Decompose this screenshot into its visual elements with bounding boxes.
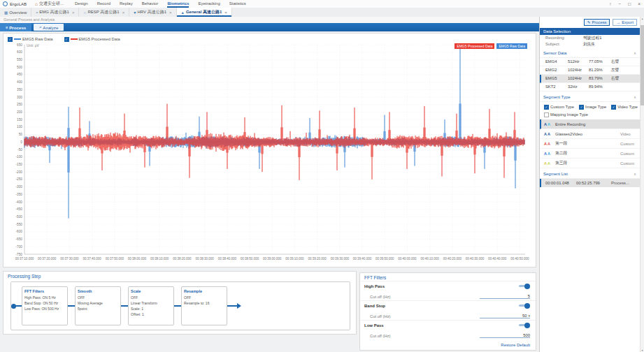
processing-card-line: Linear Transform: [131, 300, 171, 306]
segment-type-checkbox-image-type[interactable]: ✓Image Type: [579, 105, 606, 110]
segment-item-第一段[interactable]: AA第一段Custom: [540, 139, 640, 149]
toggle-low-pass[interactable]: [519, 324, 530, 326]
y-tick-label: -300: [15, 185, 22, 189]
collapse-chevron-icon[interactable]: ∧: [634, 170, 636, 178]
cutoff-input[interactable]: 50▾: [480, 314, 530, 318]
sensor-data-table: EMG4512Hz77.05%右臂EMG21024Hz81.29%左臂EMG51…: [540, 58, 640, 91]
segment-start-time: 00:00:01.048: [545, 179, 576, 187]
segment-list-row[interactable]: 00:00:01.04800:52:25.799Process...: [540, 179, 640, 187]
y-tick-label: -100: [15, 155, 22, 159]
processing-card-title: Resample: [184, 289, 224, 293]
process-button[interactable]: ✎ Process: [584, 19, 610, 26]
mode-tab-label: Analyze: [43, 25, 58, 30]
processing-card-resample[interactable]: ResampleOFFResample to: 16: [181, 286, 227, 325]
segment-type-filters-row2: Mapping Image Type: [540, 110, 640, 117]
subject-row: Subject: 刘先生: [540, 41, 640, 47]
tab-close-icon[interactable]: ×: [122, 10, 125, 15]
export-button[interactable]: → Export: [613, 19, 637, 26]
tab-close-icon[interactable]: ×: [224, 10, 227, 15]
project-name[interactable]: ⌂ 交通安全研...: [35, 1, 64, 7]
menu-item-statistics[interactable]: Statistics: [229, 0, 246, 8]
y-tick-label: -250: [15, 177, 22, 181]
scroll-up-icon[interactable]: ▴: [641, 17, 644, 20]
raw-line-sample: [14, 38, 21, 40]
cutoff-input[interactable]: 5: [480, 294, 530, 299]
subject-label: Subject:: [545, 41, 583, 47]
processing-card-fft-filters[interactable]: FFT FiltersHigh Pass: ON 5 HzBand Stop: …: [22, 286, 68, 325]
collapse-chevron-icon[interactable]: ∧: [634, 94, 636, 101]
segment-item-第二段[interactable]: AA第二段Custom: [540, 149, 640, 159]
menu-item-biometrics[interactable]: Biometrics: [167, 0, 189, 8]
raw-data-checkbox[interactable]: ✓ EMG5 Raw Data: [8, 37, 53, 42]
cutoff-input[interactable]: 500: [480, 333, 530, 338]
sensor-cell: 右臂: [611, 58, 640, 66]
segment-item-entire-recording[interactable]: AAEntire Recording: [540, 119, 640, 129]
menu-item-eyetracking[interactable]: Eyetracking: [198, 0, 220, 8]
menu-item-record[interactable]: Record: [97, 0, 110, 8]
menu-item-replay[interactable]: Replay: [120, 0, 133, 8]
processing-card-line: OFF: [78, 295, 118, 300]
x-tick-label: 00:38:30.000: [195, 257, 214, 261]
sensor-row[interactable]: EMG51024Hz83.79%右臂: [540, 75, 640, 83]
segment-item-glasses2video[interactable]: AAGlasses2VideoVideo: [540, 129, 640, 139]
tab-label: RESP 高速公路1: [87, 9, 119, 15]
close-icon[interactable]: ×: [638, 0, 641, 8]
restore-default-link[interactable]: Restore Default: [501, 343, 530, 347]
processing-card-smooth[interactable]: SmoothOFFMoving Average5point: [75, 286, 121, 325]
tab-close-icon[interactable]: ×: [169, 10, 172, 15]
segment-type-section-header[interactable]: Segment Type ∧: [540, 94, 640, 102]
segment-type-label: Custom: [620, 152, 640, 156]
fft-group-header: Low Pass: [360, 320, 536, 330]
processing-card-scale[interactable]: ScaleOFFLinear TransformScale: 1Offset: …: [128, 286, 174, 325]
flow-end-arrow-icon: [227, 305, 240, 307]
segment-item-第三段[interactable]: AA第三段Custom: [540, 159, 640, 168]
scrollbar-thumb[interactable]: [641, 25, 644, 105]
sensor-row[interactable]: EMG21024Hz81.29%左臂: [540, 66, 640, 75]
chart-icon: ▲: [181, 10, 185, 15]
sensor-row[interactable]: SKT232Hz89.94%: [540, 83, 640, 91]
segment-duration: 00:52:25.799: [576, 179, 611, 187]
mode-tab-analyze[interactable]: ≈Analyze: [34, 24, 64, 31]
menu-item-behavior[interactable]: Behavior: [142, 0, 159, 8]
segment-list-section-header[interactable]: Segment List ∧: [540, 170, 640, 179]
vertical-scrollbar[interactable]: ▴ ▾: [640, 17, 644, 352]
sensor-cell: 1024Hz: [568, 75, 589, 82]
unit-label: Unit: μV: [27, 43, 40, 47]
tab-hrv-高速公路1[interactable]: ♥HRV 高速公路1×: [129, 8, 176, 17]
mode-tab-process[interactable]: ≡Process: [0, 23, 31, 31]
tab-general-高速公路1[interactable]: ▲General 高速公路1×: [177, 8, 232, 17]
recording-row: Recording: 驾驶过程1: [540, 35, 640, 41]
breadcrumb: General Process and Analysis: [0, 17, 539, 23]
sidebar-buttons: ✎ Process → Export: [540, 17, 640, 28]
tab-emg-高速公路1[interactable]: ≈EMG 高速公路1×: [31, 8, 79, 17]
maximize-icon[interactable]: □: [628, 0, 631, 8]
chart-legend-badges: EMG5 Processed Data EMG5 Raw Data: [455, 43, 527, 49]
segment-type-checkbox-custom-type[interactable]: ✓Custom Type: [544, 105, 574, 110]
checkbox-label: Mapping Image Type: [550, 112, 588, 117]
segment-type-checkbox-mapping-image-type[interactable]: Mapping Image Type: [544, 112, 588, 117]
x-tick-label: 00:38:50.000: [241, 257, 259, 261]
menu-item-design[interactable]: Design: [75, 0, 88, 8]
emg-chart[interactable]: 650600550500450400350300250200150100500-…: [3, 42, 532, 265]
tab-close-icon[interactable]: ×: [72, 10, 75, 15]
x-tick-label: 00:37:50.000: [106, 257, 124, 261]
tab-overview[interactable]: ▦Overview: [0, 8, 31, 17]
scroll-down-icon[interactable]: ▾: [641, 349, 644, 352]
pin-icon[interactable]: ↑: [609, 0, 611, 8]
fft-group-label: High Pass: [364, 284, 385, 288]
processed-data-checkbox[interactable]: ✓ EMG5 Processed Data: [64, 37, 120, 42]
sensor-cell: EMG5: [545, 75, 568, 82]
toggle-band-stop[interactable]: [519, 305, 530, 307]
toggle-high-pass[interactable]: [519, 285, 530, 287]
document-tab-strip: ▦Overview≈EMG 高速公路1×∩RESP 高速公路1×♥HRV 高速公…: [0, 8, 644, 17]
y-tick-label: 450: [17, 73, 22, 76]
sensor-row[interactable]: EMG4512Hz77.05%右臂: [540, 58, 640, 66]
segment-type-label: Video: [620, 132, 640, 136]
minimize-icon[interactable]: −: [618, 0, 621, 8]
processing-card-line: Scale: 1: [131, 306, 171, 311]
tab-resp-高速公路1[interactable]: ∩RESP 高速公路1×: [79, 8, 129, 17]
sensor-data-section-header[interactable]: Sensor Data ∧: [540, 50, 640, 58]
export-icon: →: [616, 20, 620, 24]
collapse-chevron-icon[interactable]: ∧: [634, 50, 636, 57]
segment-type-checkbox-video-type[interactable]: ✓Video Type: [611, 105, 638, 110]
